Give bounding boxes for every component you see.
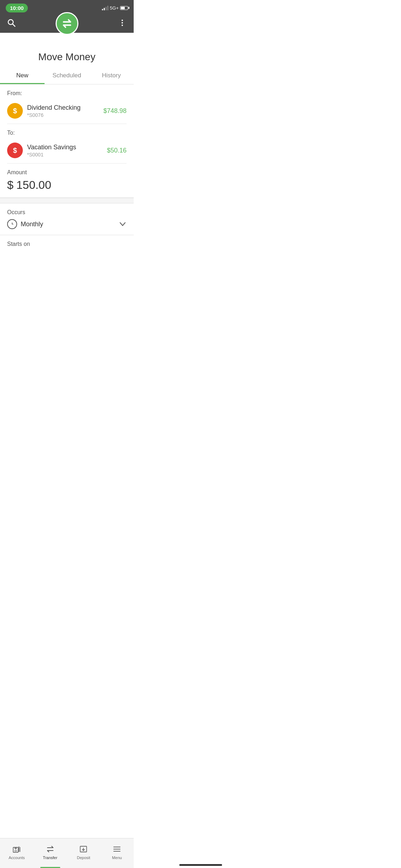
amount-number: 150.00 bbox=[16, 179, 51, 192]
occurs-value: Monthly bbox=[21, 221, 43, 228]
to-label: To: bbox=[7, 124, 127, 140]
svg-line-1 bbox=[13, 24, 15, 27]
signal-bars bbox=[102, 5, 108, 10]
tab-scheduled[interactable]: Scheduled bbox=[45, 67, 89, 84]
amount-value[interactable]: $ 150.00 bbox=[7, 179, 127, 192]
occurs-label: Occurs bbox=[7, 209, 127, 216]
chevron-down-icon[interactable] bbox=[119, 220, 127, 228]
signal-bar-1 bbox=[102, 9, 103, 10]
search-icon[interactable] bbox=[7, 19, 16, 27]
battery-icon bbox=[120, 6, 128, 10]
to-account-number: *S0001 bbox=[27, 152, 103, 157]
signal-bar-3 bbox=[106, 7, 107, 10]
amount-label: Amount bbox=[7, 169, 127, 176]
occurs-left: Monthly bbox=[7, 219, 43, 229]
to-account-name: Vacation Savings bbox=[27, 144, 103, 151]
signal-bar-2 bbox=[104, 8, 105, 10]
to-account-info: Vacation Savings *S0001 bbox=[27, 144, 103, 157]
status-time: 10:00 bbox=[6, 4, 28, 12]
more-options-icon[interactable] bbox=[118, 19, 127, 27]
status-right: 5G+ bbox=[102, 5, 128, 11]
battery-fill bbox=[121, 7, 125, 9]
to-account-balance: $50.16 bbox=[107, 147, 127, 154]
starts-on-section: Starts on bbox=[0, 235, 134, 253]
to-account-row[interactable]: $ Vacation Savings *S0001 $50.16 bbox=[7, 140, 127, 164]
transfer-arrows-icon bbox=[61, 17, 73, 30]
page-title: Move Money bbox=[7, 51, 127, 63]
svg-point-4 bbox=[122, 25, 123, 26]
occurs-section: Occurs Monthly bbox=[0, 203, 134, 235]
from-account-name: Dividend Checking bbox=[27, 104, 99, 112]
to-section: To: $ Vacation Savings *S0001 $50.16 bbox=[0, 124, 134, 164]
svg-point-3 bbox=[122, 22, 123, 24]
starts-on-label: Starts on bbox=[7, 241, 127, 247]
amount-section: Amount $ 150.00 bbox=[0, 164, 134, 198]
from-account-icon: $ bbox=[7, 103, 23, 119]
header bbox=[0, 16, 134, 33]
occurs-row[interactable]: Monthly bbox=[7, 219, 127, 229]
tabs-bar: New Scheduled History bbox=[0, 67, 134, 84]
tab-new[interactable]: New bbox=[0, 67, 45, 84]
amount-currency: $ bbox=[7, 179, 14, 192]
from-section: From: $ Dividend Checking *S0076 $748.98 bbox=[0, 84, 134, 124]
tab-history[interactable]: History bbox=[89, 67, 134, 84]
from-label: From: bbox=[7, 84, 127, 100]
bottom-spacer bbox=[0, 253, 134, 289]
signal-bar-4 bbox=[107, 6, 108, 10]
network-label: 5G+ bbox=[110, 5, 119, 11]
section-divider bbox=[0, 198, 134, 203]
page-title-section: Move Money bbox=[0, 33, 134, 67]
from-account-balance: $748.98 bbox=[103, 107, 127, 115]
app-logo bbox=[56, 12, 78, 35]
from-account-row[interactable]: $ Dividend Checking *S0076 $748.98 bbox=[7, 100, 127, 124]
from-account-number: *S0076 bbox=[27, 112, 99, 118]
clock-icon bbox=[7, 219, 17, 229]
to-account-icon: $ bbox=[7, 143, 23, 158]
from-account-info: Dividend Checking *S0076 bbox=[27, 104, 99, 118]
svg-point-2 bbox=[122, 20, 123, 21]
